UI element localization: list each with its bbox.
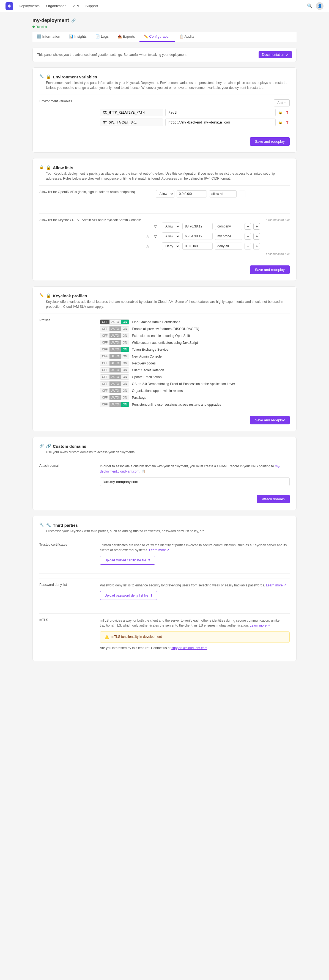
allow-address-input[interactable] (176, 190, 207, 197)
toggle-on[interactable]: ON (121, 402, 129, 407)
toggle-on[interactable]: ON (121, 347, 129, 352)
allow-up-chevron[interactable]: △ (146, 244, 152, 248)
env-save-button[interactable]: Save and redeploy (250, 137, 290, 146)
env-key-input[interactable] (100, 109, 163, 116)
tab-configuration[interactable]: ✏️ Configuration (140, 32, 175, 42)
profiles-save-button[interactable]: Save and redeploy (250, 416, 290, 425)
allow-down-chevron[interactable]: ▽ (154, 224, 159, 229)
nav-organization[interactable]: Organization (46, 4, 67, 8)
toggle-auto[interactable]: AUTO (110, 395, 121, 400)
copy-icon[interactable]: 📋 (141, 469, 145, 473)
toggle-on[interactable]: ON (121, 361, 129, 366)
toggle-off[interactable]: OFF (100, 361, 110, 366)
toggle-on[interactable]: ON (121, 326, 129, 331)
tab-audits[interactable]: 📋 Audits (175, 32, 199, 42)
toggle-auto[interactable]: AUTO (110, 402, 121, 407)
toggle-off[interactable]: OFF (100, 326, 110, 331)
allow-name-input[interactable] (215, 233, 242, 240)
toggle-auto[interactable]: AUTO (110, 347, 121, 352)
toggle-on[interactable]: ON (121, 375, 129, 379)
toggle-off[interactable]: OFF (100, 395, 110, 400)
tab-insights[interactable]: 📊 Insights (65, 32, 91, 42)
tab-exports[interactable]: 📤 Exports (113, 32, 140, 42)
allow-action-select[interactable]: Allow Deny (156, 190, 175, 198)
env-delete-button[interactable]: 🗑 (285, 119, 290, 125)
env-add-button[interactable]: Add + (274, 99, 290, 107)
toggle-auto[interactable]: AUTO (110, 382, 121, 386)
toggle-off[interactable]: OFF (100, 354, 110, 359)
allow-add-rule-button[interactable]: + (239, 191, 245, 197)
toggle-on[interactable]: ON (121, 395, 129, 400)
toggle-auto[interactable]: AUTO (110, 354, 121, 359)
domain-input[interactable] (100, 477, 290, 486)
env-value-input[interactable] (165, 109, 276, 116)
allow-name-input[interactable] (215, 243, 242, 250)
toggle-auto[interactable]: AUTO (110, 320, 121, 324)
toggle-on[interactable]: ON (121, 368, 129, 372)
allow-remove-rule-button[interactable]: − (245, 243, 251, 250)
upload-password-deny-button[interactable]: Upload password deny list file ⬆ (100, 591, 157, 600)
allow-name-input[interactable] (209, 190, 237, 197)
toggle-on[interactable]: ON (121, 333, 129, 338)
toggle-auto[interactable]: AUTO (110, 340, 121, 345)
nav-api[interactable]: API (73, 4, 79, 8)
toggle-auto[interactable]: AUTO (110, 326, 121, 331)
toggle-off[interactable]: OFF (100, 382, 110, 386)
domains-btn-row: Attach domain (39, 495, 290, 503)
toggle-on[interactable]: ON (121, 354, 129, 359)
toggle-off[interactable]: OFF (100, 320, 110, 324)
allow-remove-rule-button[interactable]: − (245, 233, 251, 240)
allow-name-input[interactable] (215, 223, 242, 230)
allow-action-select[interactable]: Allow Deny (162, 232, 180, 240)
profiles-field-content: OFF AUTO ON Fine-Grained Admin Permissio… (100, 318, 290, 407)
allow-up-chevron[interactable]: △ (146, 234, 152, 239)
allow-action-select[interactable]: Allow Deny (162, 223, 180, 230)
password-deny-learn-more-link[interactable]: Learn more ↗ (266, 583, 287, 587)
toggle-auto[interactable]: AUTO (110, 333, 121, 338)
logo[interactable] (5, 2, 13, 10)
allow-add-rule-button[interactable]: + (253, 243, 260, 250)
toggle-on[interactable]: ON (121, 320, 129, 324)
nav-deployments[interactable]: Deployments (19, 4, 40, 8)
allow-add-rule-button[interactable]: + (253, 223, 260, 230)
toggle-on[interactable]: ON (121, 388, 129, 393)
env-lock-button[interactable]: 🔒 (278, 119, 283, 125)
mtls-learn-more-link[interactable]: Learn more ↗ (250, 624, 270, 627)
allow-add-rule-button[interactable]: + (253, 233, 260, 240)
toggle-on[interactable]: ON (121, 340, 129, 345)
env-value-input[interactable] (165, 119, 276, 126)
upload-cert-button[interactable]: Upload trusted certificate file ⬆ (100, 556, 155, 565)
allow-down-chevron[interactable]: ▽ (154, 234, 159, 239)
documentation-button[interactable]: Documentation ↗ (259, 51, 292, 58)
allow-address-input[interactable] (183, 243, 213, 250)
toggle-off[interactable]: OFF (100, 368, 110, 372)
toggle-off[interactable]: OFF (100, 340, 110, 345)
toggle-auto[interactable]: AUTO (110, 368, 121, 372)
toggle-off[interactable]: OFF (100, 347, 110, 352)
allow-remove-rule-button[interactable]: − (245, 223, 251, 230)
toggle-auto[interactable]: AUTO (110, 361, 121, 366)
toggle-off[interactable]: OFF (100, 402, 110, 407)
tab-logs[interactable]: 📄 Logs (91, 32, 113, 42)
attach-domain-button[interactable]: Attach domain (257, 495, 290, 503)
toggle-auto[interactable]: AUTO (110, 388, 121, 393)
env-key-input[interactable] (100, 119, 163, 126)
env-delete-button[interactable]: 🗑 (285, 110, 290, 115)
avatar[interactable]: 👤 (316, 2, 324, 10)
allow-save-button[interactable]: Save and redeploy (250, 266, 290, 274)
nav-support[interactable]: Support (86, 4, 98, 8)
allow-address-input[interactable] (183, 223, 213, 230)
mtls-contact-email-link[interactable]: support@cloud-iam.com (172, 646, 207, 650)
toggle-on[interactable]: ON (121, 382, 129, 386)
toggle-auto[interactable]: AUTO (110, 375, 121, 379)
allow-address-input[interactable] (183, 233, 213, 240)
toggle-off[interactable]: OFF (100, 388, 110, 393)
allow-action-select[interactable]: Allow Deny (162, 242, 180, 250)
tab-information[interactable]: ℹ️ Information (32, 32, 65, 42)
toggle-off[interactable]: OFF (100, 333, 110, 338)
search-icon[interactable]: 🔍 (307, 3, 313, 9)
toggle-off[interactable]: OFF (100, 375, 110, 379)
third-parties-divider-2 (39, 609, 290, 609)
env-lock-button[interactable]: 🔒 (278, 110, 283, 115)
trusted-certs-learn-more-link[interactable]: Learn more ↗ (149, 548, 170, 552)
